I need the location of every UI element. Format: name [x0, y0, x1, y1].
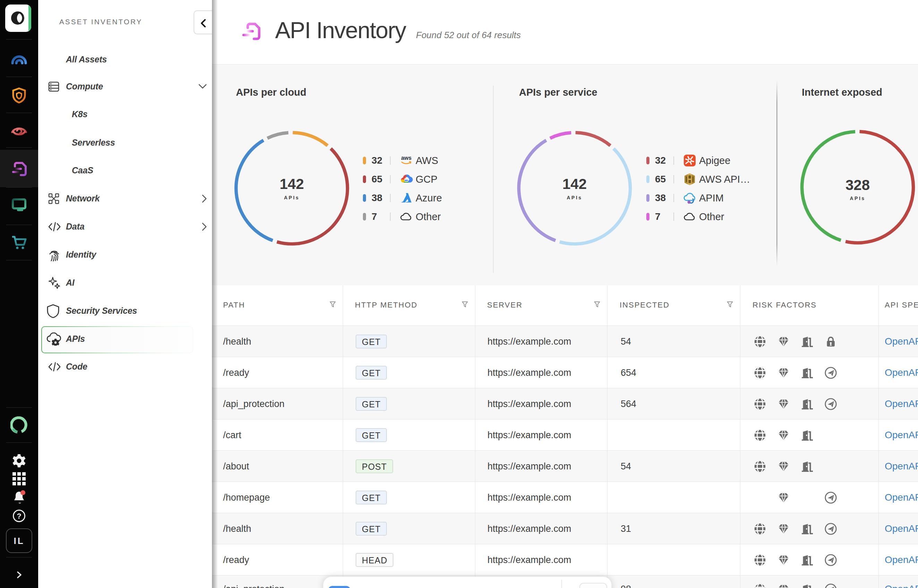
svg-text:?: ? — [17, 512, 21, 520]
svg-text:aws: aws — [401, 155, 411, 161]
